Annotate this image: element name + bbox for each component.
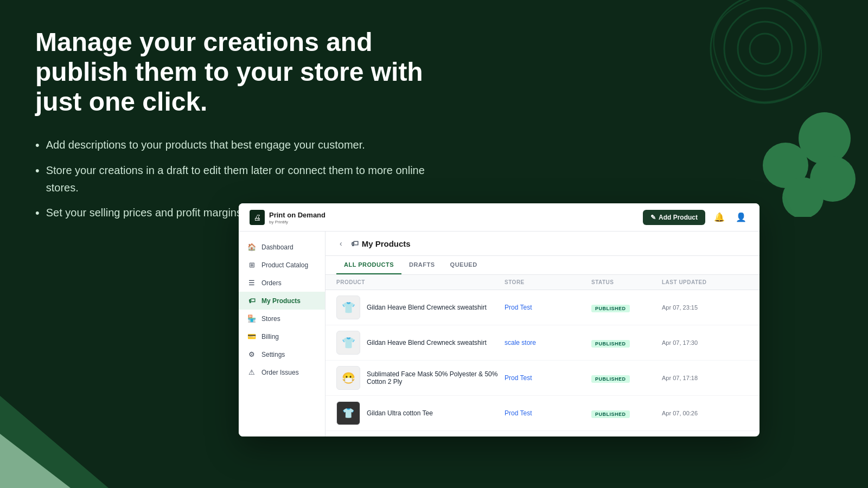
my-products-page-icon: 🏷 [351, 239, 359, 248]
add-icon: ✎ [650, 214, 656, 221]
dashboard-logo: 🖨 Print on Demand by Printify [250, 210, 326, 225]
main-content: ‹ 🏷 My Products All Products Drafts Queu… [326, 232, 760, 436]
product-name-2: Gildan Heave Blend Crewneck sweatshirt [367, 339, 487, 346]
updated-3: Apr 07, 17:18 [662, 375, 749, 381]
product-thumb-1: 👕 [336, 296, 360, 319]
table-header: Product Store Status Last Updated [326, 275, 760, 290]
order-issues-icon: ⚠ [247, 368, 256, 376]
product-cell-3: 😷 Sublimated Face Mask 50% Polyester & 5… [336, 366, 505, 390]
status-cell-1: PUBLISHED [591, 303, 662, 312]
hero-title: Manage your creations and publish them t… [35, 27, 442, 117]
col-updated: Last Updated [662, 279, 749, 285]
tab-queued[interactable]: Queued [443, 256, 485, 274]
circles-decoration [749, 108, 857, 217]
add-product-label: Add Product [659, 214, 698, 221]
updated-1: Apr 07, 23:15 [662, 304, 749, 311]
table-row[interactable]: 👕 Gildan Ultra cotton Tee Prod Test PUBL… [326, 396, 760, 431]
sidebar-item-billing[interactable]: 💳 Billing [239, 328, 325, 345]
tab-drafts[interactable]: Drafts [401, 256, 443, 274]
svg-point-0 [711, 0, 819, 103]
status-cell-2: PUBLISHED [591, 338, 662, 348]
updated-4: Apr 07, 00:26 [662, 410, 749, 416]
table-row[interactable]: 👕 Gildan Heave Blend Crewneck sweatshirt… [326, 290, 760, 325]
sidebar-item-orders[interactable]: ☰ Orders [239, 274, 325, 292]
orders-icon: ☰ [247, 279, 256, 287]
product-cell-4: 👕 Gildan Ultra cotton Tee [336, 401, 505, 425]
sidebar-label-billing: Billing [261, 333, 279, 341]
status-badge-4: PUBLISHED [591, 410, 630, 418]
tabs-bar: All Products Drafts Queued [326, 256, 760, 275]
status-cell-4: PUBLISHED [591, 408, 662, 418]
sidebar-label-stores: Stores [261, 315, 280, 323]
dashboard-preview: 🖨 Print on Demand by Printify ✎ Add Prod… [239, 203, 760, 436]
product-name-4: Gildan Ultra cotton Tee [367, 409, 433, 417]
catalog-icon: ⊞ [247, 261, 256, 269]
status-badge-3: PUBLISHED [591, 375, 630, 383]
svg-point-1 [724, 8, 806, 89]
status-cell-3: PUBLISHED [591, 373, 662, 383]
tab-all-products[interactable]: All Products [336, 256, 401, 274]
notification-button[interactable]: 🔔 [712, 210, 727, 225]
col-product: Product [336, 279, 505, 285]
sidebar-item-settings[interactable]: ⚙ Settings [239, 345, 325, 363]
store-link-1[interactable]: Prod Test [505, 304, 591, 311]
logo-text-block: Print on Demand by Printify [269, 210, 326, 224]
logo-sub-text: by Printify [269, 220, 326, 224]
dashboard-header: 🖨 Print on Demand by Printify ✎ Add Prod… [239, 203, 760, 232]
product-name-3: Sublimated Face Mask 50% Polyester & 50%… [367, 370, 505, 386]
store-link-2[interactable]: scale store [505, 339, 591, 346]
bullet-1: Add descriptions to your products that b… [35, 136, 442, 154]
store-link-4[interactable]: Prod Test [505, 409, 591, 417]
status-badge-1: PUBLISHED [591, 305, 630, 312]
svg-point-3 [750, 34, 780, 64]
user-button[interactable]: 👤 [733, 210, 749, 225]
sidebar-label-dashboard: Dashboard [261, 243, 293, 251]
dashboard-body: 🏠 Dashboard ⊞ Product Catalog ☰ Orders 🏷… [239, 232, 760, 436]
sidebar-label-orders: Orders [261, 279, 282, 287]
sidebar-label-my-products: My Products [261, 297, 301, 305]
sidebar-item-catalog[interactable]: ⊞ Product Catalog [239, 256, 325, 274]
stores-icon: 🏪 [247, 314, 256, 323]
col-store: Store [505, 279, 591, 285]
page-header: ‹ 🏷 My Products [326, 232, 760, 256]
logo-icon: 🖨 [250, 210, 265, 225]
table-row[interactable]: 👕 Gildan Heave Blend Crewneck sweatshirt… [326, 325, 760, 361]
sidebar-item-dashboard[interactable]: 🏠 Dashboard [239, 238, 325, 256]
my-products-icon: 🏷 [247, 297, 256, 305]
hero-content: Manage your creations and publish them t… [35, 27, 442, 229]
add-product-button[interactable]: ✎ Add Product [643, 210, 705, 225]
product-thumb-4: 👕 [336, 401, 360, 425]
settings-icon: ⚙ [247, 350, 256, 358]
products-table: Product Store Status Last Updated 👕 Gild… [326, 275, 760, 436]
dashboard-icon: 🏠 [247, 243, 256, 251]
spiral-decoration [705, 0, 825, 108]
sidebar-item-order-issues[interactable]: ⚠ Order Issues [239, 363, 325, 381]
product-thumb-3: 😷 [336, 366, 360, 390]
page-title-text: My Products [362, 239, 411, 248]
updated-2: Apr 07, 17:30 [662, 339, 749, 346]
svg-point-7 [782, 177, 824, 217]
sidebar-label-catalog: Product Catalog [261, 261, 308, 269]
sidebar-label-order-issues: Order Issues [261, 369, 299, 376]
product-thumb-2: 👕 [336, 331, 360, 355]
billing-icon: 💳 [247, 332, 256, 341]
product-cell-1: 👕 Gildan Heave Blend Crewneck sweatshirt [336, 296, 505, 319]
product-name-1: Gildan Heave Blend Crewneck sweatshirt [367, 304, 487, 311]
store-link-3[interactable]: Prod Test [505, 374, 591, 382]
svg-point-2 [738, 22, 792, 76]
sidebar-item-my-products[interactable]: 🏷 My Products [239, 292, 325, 310]
header-right: ✎ Add Product 🔔 👤 [643, 210, 749, 225]
status-badge-2: PUBLISHED [591, 340, 630, 348]
sidebar-label-settings: Settings [261, 351, 285, 358]
triangle-decoration [0, 380, 108, 488]
sidebar-item-stores[interactable]: 🏪 Stores [239, 310, 325, 328]
page-title: 🏷 My Products [351, 239, 411, 248]
col-status: Status [591, 279, 662, 285]
product-cell-2: 👕 Gildan Heave Blend Crewneck sweatshirt [336, 331, 505, 355]
bullet-2: Store your creations in a draft to edit … [35, 162, 442, 196]
back-button[interactable]: ‹ [336, 238, 346, 249]
logo-main-text: Print on Demand [269, 211, 326, 219]
table-row[interactable]: 😷 Sublimated Face Mask 50% Polyester & 5… [326, 361, 760, 396]
sidebar: 🏠 Dashboard ⊞ Product Catalog ☰ Orders 🏷… [239, 232, 326, 436]
